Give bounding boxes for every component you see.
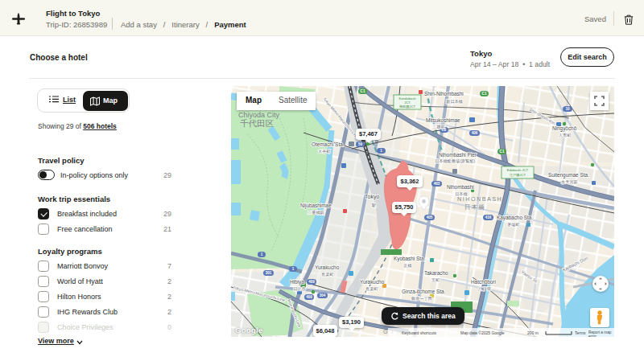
svg-text:416: 416 xyxy=(485,215,492,219)
svg-text:Tokyo: Tokyo xyxy=(365,194,379,200)
svg-text:304: 304 xyxy=(320,293,326,297)
svg-text:宝町: 宝町 xyxy=(431,277,440,282)
svg-text:神田橋JCT: 神田橋JCT xyxy=(398,105,416,109)
svg-text:Nihombashi Pier: Nihombashi Pier xyxy=(439,152,477,158)
svg-text:日比谷: 日比谷 xyxy=(293,286,306,292)
svg-text:Edobashi JCT: Edobashi JCT xyxy=(507,168,529,172)
svg-text:409: 409 xyxy=(306,295,312,299)
svg-text:301: 301 xyxy=(266,271,272,275)
svg-text:C1: C1 xyxy=(500,150,505,154)
svg-text:409: 409 xyxy=(308,280,315,284)
svg-text:406: 406 xyxy=(472,131,478,135)
svg-text:Nihombashi: Nihombashi xyxy=(447,184,474,190)
svg-text:江戸橋JCT: 江戸橋JCT xyxy=(510,173,526,177)
svg-text:C1: C1 xyxy=(361,89,365,93)
svg-text:有楽町: 有楽町 xyxy=(321,272,334,277)
svg-text:有楽町: 有楽町 xyxy=(365,286,378,291)
svg-text:Yurakucho: Yurakucho xyxy=(360,279,385,285)
svg-text:Ningyōchō: Ningyōchō xyxy=(552,125,577,132)
svg-text:新日本橋: 新日本橋 xyxy=(446,99,464,104)
svg-text:Kyobashi Sta.: Kyobashi Sta. xyxy=(394,256,426,262)
svg-text:Shin-Nihombashi: Shin-Nihombashi xyxy=(424,91,464,96)
svg-text:405: 405 xyxy=(427,215,433,219)
svg-text:Suitengumae Sta.: Suitengumae Sta. xyxy=(548,172,589,178)
svg-text:千代田区: 千代田区 xyxy=(240,118,275,128)
svg-text:Takaracho: Takaracho xyxy=(424,270,448,276)
svg-text:京橋: 京橋 xyxy=(403,263,412,268)
svg-text:Yurakucho: Yurakucho xyxy=(315,265,340,270)
svg-text:二重橋前: 二重橋前 xyxy=(308,210,324,215)
svg-text:Hatchōbori: Hatchōbori xyxy=(471,279,496,285)
svg-text:NIHONBASHI: NIHONBASHI xyxy=(457,195,506,203)
svg-text:大手町: 大手町 xyxy=(318,149,331,154)
svg-text:Kayabacho Sta.: Kayabacho Sta. xyxy=(497,215,533,221)
svg-text:日本橋船着場(遊覧船): 日本橋船着場(遊覧船) xyxy=(435,158,475,164)
svg-text:茅場町: 茅場町 xyxy=(507,222,520,228)
svg-text:1: 1 xyxy=(261,252,263,256)
svg-text:C1: C1 xyxy=(482,92,487,96)
svg-text:人形町: 人形町 xyxy=(559,133,572,137)
svg-text:10: 10 xyxy=(565,107,570,111)
svg-text:Ginza-itchome Sta.: Ginza-itchome Sta. xyxy=(402,289,446,294)
svg-text:銀座一丁目: 銀座一丁目 xyxy=(411,296,432,301)
svg-text:Otemachi Sta.: Otemachi Sta. xyxy=(312,142,345,147)
svg-text:日本橋: 日本橋 xyxy=(464,203,485,211)
svg-text:三越前: 三越前 xyxy=(432,124,445,129)
svg-text:1: 1 xyxy=(380,149,382,153)
svg-text:駅: 駅 xyxy=(371,203,377,207)
svg-text:水天宮前: 水天宮前 xyxy=(561,179,578,185)
svg-text:403: 403 xyxy=(434,182,440,186)
svg-text:50: 50 xyxy=(358,142,363,146)
svg-text:1: 1 xyxy=(292,267,295,271)
svg-text:Hibiya: Hibiya xyxy=(290,279,304,285)
svg-text:八丁堀: 八丁堀 xyxy=(477,286,491,291)
svg-text:Nijubashimae: Nijubashimae xyxy=(300,203,332,209)
svg-text:Mitsukoshimae: Mitsukoshimae xyxy=(426,117,460,123)
